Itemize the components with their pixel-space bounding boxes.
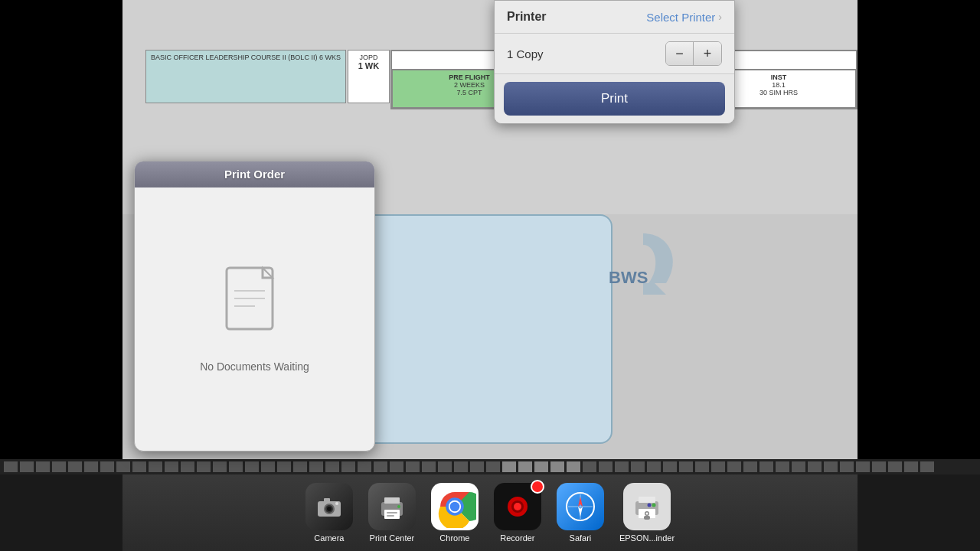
film-thumb[interactable]: [599, 461, 612, 472]
film-thumb[interactable]: [695, 461, 709, 472]
film-thumb[interactable]: [165, 461, 178, 472]
film-thumb[interactable]: [792, 461, 805, 472]
svg-rect-26: [387, 515, 394, 517]
film-thumb[interactable]: [760, 461, 773, 472]
film-thumb[interactable]: [36, 461, 50, 472]
film-thumb[interactable]: [743, 461, 757, 472]
increment-button[interactable]: +: [694, 42, 721, 65]
film-thumb[interactable]: [808, 461, 822, 472]
film-thumb[interactable]: [920, 461, 934, 472]
film-thumb[interactable]: [631, 461, 645, 472]
film-thumb[interactable]: [663, 461, 677, 472]
recorder-label: Recorder: [500, 533, 534, 543]
epson-label: EPSON...inder: [619, 533, 675, 543]
print-order-window: Print Order No Documents Waiting: [134, 161, 375, 452]
film-thumb[interactable]: [534, 461, 548, 472]
svg-point-21: [335, 502, 338, 505]
print-center-icon: [368, 483, 416, 530]
dock-item-print-center[interactable]: Print Center: [368, 483, 416, 543]
film-thumb[interactable]: [390, 461, 403, 472]
copy-controls: − +: [665, 41, 722, 66]
film-thumb[interactable]: [824, 461, 838, 472]
film-thumb[interactable]: [374, 461, 387, 472]
svg-point-34: [514, 503, 521, 510]
film-thumb[interactable]: [486, 461, 500, 472]
film-thumb[interactable]: [149, 461, 162, 472]
camera-icon: [305, 483, 353, 530]
film-thumb[interactable]: [309, 461, 323, 472]
right-sidebar: [858, 0, 980, 459]
film-thumb[interactable]: [245, 461, 259, 472]
film-thumb[interactable]: [615, 461, 629, 472]
film-thumb[interactable]: [856, 461, 870, 472]
decrement-button[interactable]: −: [666, 42, 694, 65]
film-thumb[interactable]: [341, 461, 355, 472]
film-thumb[interactable]: [454, 461, 468, 472]
select-printer-button[interactable]: Select Printer ›: [646, 11, 722, 24]
film-thumb[interactable]: [518, 461, 532, 472]
film-thumb[interactable]: [132, 461, 146, 472]
print-order-body: No Documents Waiting: [135, 187, 374, 449]
film-thumb[interactable]: [567, 461, 580, 472]
copy-label: 1 Copy: [507, 47, 544, 60]
film-thumb[interactable]: [647, 461, 661, 472]
camera-label: Camera: [314, 533, 344, 543]
film-thumb[interactable]: [52, 461, 66, 472]
film-thumb[interactable]: [776, 461, 789, 472]
camera-icon-wrap: [305, 483, 353, 530]
dock-item-safari[interactable]: Safari: [557, 483, 604, 543]
film-thumb[interactable]: [727, 461, 741, 472]
film-thumb[interactable]: [229, 461, 243, 472]
film-thumb[interactable]: [100, 461, 114, 472]
film-thumb[interactable]: [904, 461, 918, 472]
select-printer-text: Select Printer: [646, 11, 715, 24]
film-thumb[interactable]: [358, 461, 371, 472]
film-thumb[interactable]: [181, 461, 194, 472]
film-thumb[interactable]: [583, 461, 596, 472]
film-thumb[interactable]: [277, 461, 291, 472]
print-button[interactable]: Print: [504, 82, 725, 116]
dock-left: [0, 474, 122, 551]
film-thumb[interactable]: [502, 461, 516, 472]
film-thumb[interactable]: [872, 461, 886, 472]
svg-rect-25: [387, 512, 397, 514]
print-order-title: Print Order: [224, 168, 285, 181]
copy-row: 1 Copy − +: [495, 34, 734, 74]
svg-rect-41: [639, 497, 655, 503]
film-thumb[interactable]: [470, 461, 484, 472]
svg-rect-23: [384, 497, 400, 504]
filmstrip[interactable]: [0, 459, 980, 474]
film-thumb[interactable]: [116, 461, 130, 472]
film-thumb[interactable]: [68, 461, 82, 472]
film-thumb[interactable]: [711, 461, 725, 472]
film-thumb[interactable]: [197, 461, 211, 472]
film-thumb[interactable]: [261, 461, 275, 472]
film-thumb[interactable]: [20, 461, 34, 472]
print-center-icon-wrap: [368, 483, 416, 530]
print-button-row: Print: [495, 74, 734, 123]
film-thumb[interactable]: [406, 461, 420, 472]
dock-item-chrome[interactable]: Chrome: [431, 483, 479, 543]
dock-item-epson[interactable]: EPSON...inder: [619, 483, 675, 543]
film-thumb[interactable]: [840, 461, 854, 472]
film-thumb[interactable]: [325, 461, 339, 472]
film-thumb[interactable]: [679, 461, 693, 472]
safari-icon: [557, 483, 604, 530]
film-thumb[interactable]: [4, 461, 18, 472]
film-thumb[interactable]: [438, 461, 452, 472]
jopd-block: JOPD 1 WK: [348, 50, 390, 103]
film-thumb[interactable]: [84, 461, 98, 472]
film-thumb[interactable]: [888, 461, 902, 472]
epson-icon: [623, 483, 671, 530]
svg-rect-20: [324, 498, 330, 502]
dock-item-camera[interactable]: Camera: [305, 483, 353, 543]
dock-item-recorder[interactable]: Recorder: [494, 483, 541, 543]
film-thumb[interactable]: [422, 461, 436, 472]
film-thumb[interactable]: [293, 461, 307, 472]
svg-point-43: [652, 504, 655, 507]
film-thumb[interactable]: [213, 461, 227, 472]
recorder-icon-wrap: [494, 483, 541, 530]
svg-point-19: [327, 507, 332, 511]
film-thumb[interactable]: [550, 461, 564, 472]
filmstrip-thumbs: [0, 461, 938, 472]
